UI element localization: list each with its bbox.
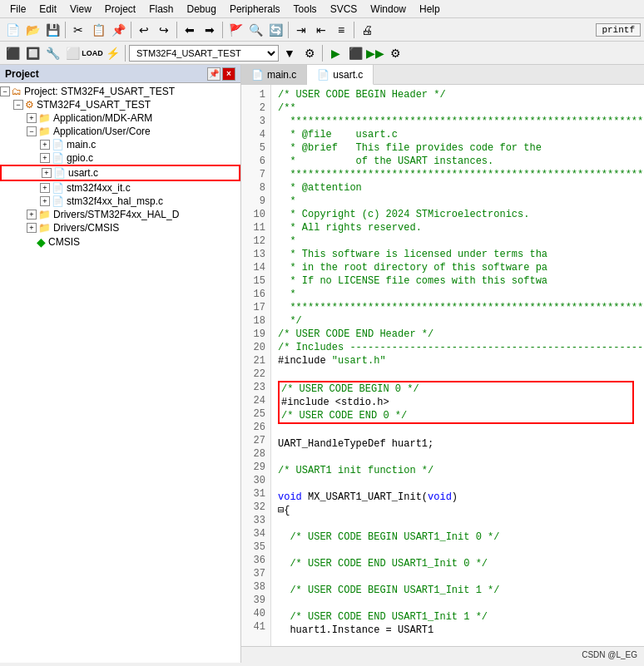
dropdown-arrow[interactable]: ▼: [280, 44, 299, 62]
find-btn[interactable]: 🔍: [246, 21, 265, 39]
tree-item-mdk[interactable]: + 📁 Application/MDK-ARM: [0, 111, 240, 125]
status-bar: CSDN @L_EG: [241, 646, 644, 663]
menu-tools[interactable]: Tools: [287, 2, 324, 17]
toolbar-secondary: ⬛ 🔲 🔧 ⬜ LOAD ⚡ STM32F4_USART_TEST ▼ ⚙ ▶ …: [0, 42, 644, 65]
copy-btn[interactable]: 📋: [89, 21, 107, 39]
tree-item-cmsis[interactable]: ◆ CMSIS: [0, 234, 240, 249]
outdent-btn[interactable]: ⇤: [312, 21, 330, 39]
sep8: [322, 45, 323, 62]
tree-label-usart-c: usart.c: [68, 167, 98, 179]
paste-btn[interactable]: 📌: [109, 21, 127, 39]
sep7: [125, 45, 126, 62]
tree-label-gpio-c: gpio.c: [67, 152, 93, 164]
tb2-btn5[interactable]: ⚡: [103, 44, 121, 62]
run-btn[interactable]: ▶: [326, 44, 344, 62]
save-btn[interactable]: 💾: [43, 21, 62, 39]
back-btn[interactable]: ⬅: [181, 21, 199, 39]
bookmark-btn[interactable]: 🚩: [226, 21, 245, 39]
tree-item-it-c[interactable]: + 📄 stm32f4xx_it.c: [0, 181, 240, 195]
tree-item-gpio-c[interactable]: + 📄 gpio.c: [0, 151, 240, 165]
toolbar-main: 📄 📂 💾 ✂ 📋 📌 ↩ ↪ ⬅ ➡ 🚩 🔍 🔄 ⇥ ⇤ ≡ 🖨 printf: [0, 18, 644, 42]
undo-btn[interactable]: ↩: [135, 21, 153, 39]
menu-file[interactable]: File: [3, 2, 32, 17]
panel-pin-btn[interactable]: 📌: [207, 67, 220, 81]
settings-btn[interactable]: ⚙: [386, 44, 404, 62]
redo-btn[interactable]: ↪: [155, 21, 173, 39]
drivers-hal-icon: 📁: [38, 209, 51, 220]
new-btn[interactable]: 📄: [3, 21, 22, 39]
tree-label-main-c: main.c: [67, 139, 96, 150]
tree-label-cmsis: CMSIS: [48, 236, 80, 248]
expand-usart-c[interactable]: +: [42, 168, 52, 178]
open-btn[interactable]: 📂: [23, 21, 42, 39]
expand-drivers-cmsis[interactable]: +: [27, 223, 37, 233]
menu-flash[interactable]: Flash: [142, 2, 180, 17]
config-btn[interactable]: ⚙: [300, 44, 319, 62]
tb2-btn4[interactable]: ⬜: [63, 44, 82, 62]
tree-item-user-core[interactable]: − 📁 Application/User/Core: [0, 125, 240, 138]
tree-item-main-c[interactable]: + 📄 main.c: [0, 138, 240, 151]
project-select[interactable]: STM32F4_USART_TEST: [129, 45, 279, 62]
indent-btn[interactable]: ⇥: [292, 21, 310, 39]
debug-run-btn[interactable]: ▶▶: [366, 44, 384, 62]
code-line-39: [278, 597, 637, 610]
code-line-14: * in the root directory of this software…: [278, 261, 637, 274]
expand-gpio-c[interactable]: +: [40, 153, 50, 163]
tree-label-mdk: Application/MDK-ARM: [53, 112, 152, 124]
cut-btn[interactable]: ✂: [69, 21, 87, 39]
code-line-1: /* USER CODE BEGIN Header */: [278, 88, 637, 101]
main-layout: Project 📌 × − 🗂 Project: STM32F4_USART_T…: [0, 65, 644, 663]
menu-help[interactable]: Help: [413, 2, 447, 17]
tree-item-drivers-cmsis[interactable]: + 📁 Drivers/CMSIS: [0, 221, 240, 234]
replace-btn[interactable]: 🔄: [266, 21, 285, 39]
tree-item-project[interactable]: − ⚙ STM32F4_USART_TEST: [0, 98, 240, 111]
tree-item-usart-c[interactable]: + 📄 usart.c: [0, 165, 240, 181]
expand-drivers-hal[interactable]: +: [27, 210, 37, 220]
code-line-19: /* USER CODE END Header */: [278, 328, 637, 341]
tree-item-drivers-hal[interactable]: + 📁 Drivers/STM32F4xx_HAL_D: [0, 208, 240, 221]
menu-debug[interactable]: Debug: [181, 2, 223, 17]
tree-label-user-core: Application/User/Core: [53, 126, 151, 137]
code-line-7: ****************************************…: [278, 168, 637, 181]
project-tree: − 🗂 Project: STM32F4_USART_TEST − ⚙ STM3…: [0, 83, 240, 663]
expand-mdk[interactable]: +: [27, 113, 37, 123]
code-line-8: * @attention: [278, 181, 637, 195]
menu-view[interactable]: View: [63, 2, 98, 17]
tab-usart-c[interactable]: 📄 usart.c: [307, 65, 374, 85]
tb2-btn3[interactable]: 🔧: [43, 44, 62, 62]
printf-btn[interactable]: printf: [596, 23, 641, 37]
code-content[interactable]: /* USER CODE BEGIN Header */ /** *******…: [271, 85, 644, 646]
tb2-load[interactable]: LOAD: [83, 44, 102, 62]
tree-item-root[interactable]: − 🗂 Project: STM32F4_USART_TEST: [0, 85, 240, 98]
menu-project[interactable]: Project: [98, 2, 142, 17]
project-icon: ⚙: [25, 99, 34, 111]
cmsis-diamond-icon: ◆: [37, 235, 46, 249]
expand-project[interactable]: −: [13, 100, 23, 110]
expand-root[interactable]: −: [0, 86, 10, 96]
expand-hal-c[interactable]: +: [40, 196, 50, 206]
expand-user-core[interactable]: −: [27, 126, 37, 136]
tb2-btn2[interactable]: 🔲: [23, 44, 42, 62]
menu-window[interactable]: Window: [364, 2, 413, 17]
menu-peripherals[interactable]: Peripherals: [223, 2, 287, 17]
tab-main-c-label: main.c: [267, 69, 296, 81]
expand-main-c[interactable]: +: [40, 140, 50, 150]
expand-it-c[interactable]: +: [40, 183, 50, 193]
tree-item-hal-c[interactable]: + 📄 stm32f4xx_hal_msp.c: [0, 195, 240, 208]
main-c-icon: 📄: [52, 139, 64, 150]
panel-close-btn[interactable]: ×: [222, 67, 235, 81]
stop-btn[interactable]: ⬛: [346, 44, 364, 62]
tab-main-c-icon: 📄: [251, 69, 264, 81]
tab-main-c[interactable]: 📄 main.c: [241, 65, 307, 84]
tree-label-it-c: stm32f4xx_it.c: [67, 182, 131, 194]
print-btn[interactable]: 🖨: [358, 21, 376, 39]
code-line-31: void MX_USART1_UART_Init(void): [278, 491, 637, 504]
tb2-btn1[interactable]: ⬛: [3, 44, 22, 62]
tab-bar: 📄 main.c 📄 usart.c: [241, 65, 644, 85]
format-btn[interactable]: ≡: [332, 21, 350, 39]
menu-svcs[interactable]: SVCS: [324, 2, 364, 17]
code-line-25: /* USER CODE END 0 */: [281, 409, 631, 422]
menu-edit[interactable]: Edit: [32, 2, 63, 17]
fwd-btn[interactable]: ➡: [201, 21, 219, 39]
tree-label-drivers-cmsis: Drivers/CMSIS: [53, 222, 119, 234]
